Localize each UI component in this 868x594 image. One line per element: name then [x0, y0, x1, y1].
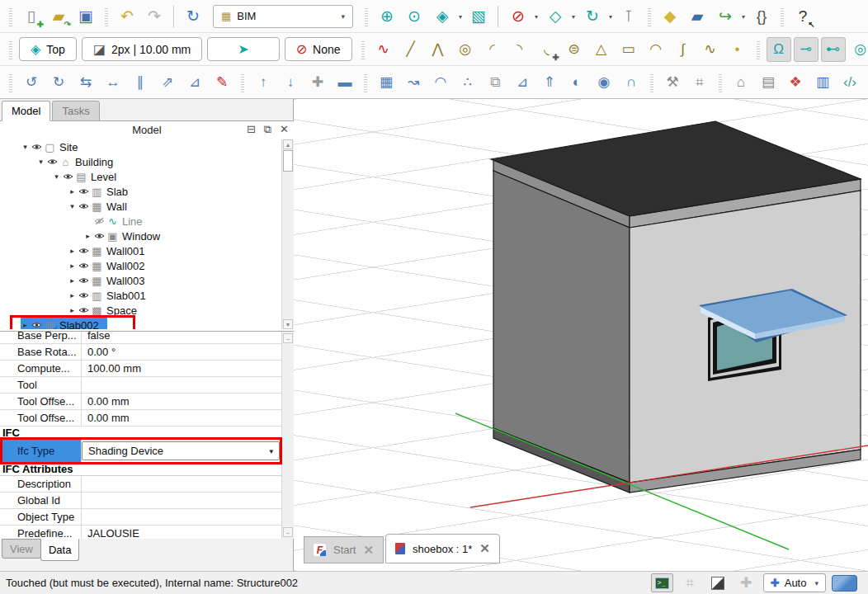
measure-button[interactable]: ⊺ [616, 4, 641, 29]
grid-toggle[interactable]: ⌗ [679, 573, 701, 592]
draft-arc-3points-button[interactable]: ◝ [507, 37, 532, 62]
property-name[interactable]: Tool [0, 377, 82, 393]
view-cube-button[interactable]: ◇▾ [542, 4, 577, 29]
draft-join-button[interactable]: ↔ [101, 70, 125, 95]
expander-arrow-icon[interactable]: ▾ [21, 143, 30, 151]
property-name[interactable]: Compute... [0, 361, 82, 376]
expander-arrow-icon[interactable]: ▸ [68, 276, 77, 285]
schedule-button[interactable]: ▥ [810, 70, 835, 95]
zoom-fit-all-button[interactable]: ⊕ [375, 4, 399, 29]
scroll-up-icon[interactable]: – [283, 333, 293, 343]
utility-tools-button[interactable]: ⚒ [660, 70, 685, 95]
add-component-button[interactable]: ✚ [305, 70, 330, 95]
draft-fillet-button[interactable]: ◟✚ [535, 37, 559, 62]
path-array-button[interactable]: ↝ [401, 70, 426, 95]
autogroup-button[interactable]: ⊘None [285, 37, 352, 61]
draft-rotate-copy-button[interactable]: ↻ [46, 70, 71, 95]
draft-bezier-button[interactable]: ∿ [698, 37, 723, 62]
boolean-intersection-button[interactable]: ∩ [619, 70, 644, 95]
boolean-union-button[interactable]: ◉ [592, 70, 616, 95]
snap-lock-toggle[interactable]: Ω [767, 37, 791, 62]
expander-arrow-icon[interactable]: ▾ [52, 172, 61, 181]
property-value[interactable]: 100.00 mm [82, 361, 281, 376]
array-button[interactable]: ▦ [374, 70, 399, 95]
polar-array-button[interactable]: ◠ [428, 70, 453, 95]
tree-item-building[interactable]: ▾⌂Building [0, 154, 281, 169]
property-value[interactable]: JALOUSIE [82, 526, 281, 539]
property-name[interactable]: Predefine... [0, 526, 82, 539]
property-value[interactable] [82, 493, 281, 508]
scroll-down-icon[interactable]: ▼ [283, 319, 293, 329]
snap-midpoint-toggle[interactable]: ⊷ [821, 37, 846, 62]
boolean-cut-button[interactable]: ◐ [564, 70, 589, 95]
working-plane-button[interactable]: ◈Top [19, 37, 77, 61]
document-tab-start[interactable]: FStart✕ [304, 536, 384, 563]
3d-viewport[interactable]: FStart✕shoebox : 1*✕ [294, 99, 868, 571]
redo-button[interactable]: ↷ [142, 4, 167, 29]
draft-scale-button[interactable]: ⇗ [155, 70, 180, 95]
clone-button[interactable]: ⧉ [483, 70, 507, 95]
tree-scrollbar-thumb[interactable] [283, 150, 293, 172]
expander-arrow-icon[interactable]: ▸ [21, 321, 30, 329]
tree-item-window[interactable]: ▸▣Window [0, 229, 281, 243]
draft-edit-button[interactable]: ✎ [210, 70, 234, 95]
expression-button[interactable]: {} [749, 4, 774, 29]
draft-offset-button[interactable]: ⇆ [73, 70, 98, 95]
draft-stretch-button[interactable]: ⊿ [182, 70, 207, 95]
export-button[interactable]: ↪▾ [712, 4, 747, 29]
box-selection-button[interactable]: ▧ [466, 4, 491, 29]
close-icon[interactable]: ✕ [363, 543, 374, 558]
dock-minimize-icon[interactable]: ⊟ [247, 123, 256, 136]
snap-master-button[interactable]: ➤ [207, 37, 279, 61]
draft-polygon-button[interactable]: △ [589, 37, 614, 62]
tree-item-slab[interactable]: ▸▥Slab [0, 184, 281, 199]
tree-item-wall001[interactable]: ▸▦Wall001 [0, 243, 281, 258]
property-name[interactable]: Global Id [0, 493, 82, 508]
extrude-button[interactable]: ⇑ [537, 70, 562, 95]
expander-arrow-icon[interactable]: ▾ [68, 202, 77, 210]
property-name[interactable]: Description [0, 476, 82, 492]
tree-item-wall002[interactable]: ▸▦Wall002 [0, 258, 281, 273]
downgrade-button[interactable]: ↓ [278, 70, 303, 95]
property-name[interactable]: Object Type [0, 509, 82, 525]
save-button[interactable]: ▣ [73, 4, 98, 29]
draft-arc-blend-button[interactable]: ◠ [644, 37, 668, 62]
remove-component-button[interactable]: ▬ [333, 70, 357, 95]
open-file-button[interactable]: ▰↷ [46, 4, 71, 29]
new-file-button[interactable]: ▯✚ [19, 4, 44, 29]
tree-item-slab001[interactable]: ▸▥Slab001 [0, 288, 281, 303]
ifc-explorer-button[interactable]: ‹/› [837, 70, 862, 95]
sketch-button[interactable]: ∿ [371, 37, 396, 62]
draft-bspline-button[interactable]: ∫ [671, 37, 696, 62]
property-name[interactable]: Tool Offse... [0, 410, 82, 426]
property-value[interactable]: 0.00 mm [82, 410, 281, 426]
close-icon[interactable]: ✕ [479, 541, 490, 556]
snap-endpoint-toggle[interactable]: ⊸ [794, 37, 818, 62]
point-array-button[interactable]: ∴ [455, 70, 480, 95]
undo-button[interactable]: ↶ [115, 4, 139, 29]
expander-arrow-icon[interactable]: ▸ [68, 247, 77, 255]
expander-arrow-icon[interactable]: ▸ [68, 262, 77, 270]
property-name[interactable]: Base Perp... [0, 331, 82, 343]
tree-item-slab002[interactable]: ▸▥✔Slab002 [0, 318, 281, 329]
tree-item-line[interactable]: ∿Line [0, 214, 281, 229]
property-name[interactable]: Tool Offse... [0, 394, 82, 409]
refresh-button[interactable]: ↻ [181, 4, 205, 29]
draft-polyline-button[interactable]: ⋀ [426, 37, 451, 62]
rotate-view-button[interactable]: ↻▾ [579, 4, 614, 29]
draft-line-button[interactable]: ╱ [399, 37, 423, 62]
workbench-selector[interactable]: ▦BIM▾ [213, 5, 353, 28]
tree-item-wall003[interactable]: ▸▦Wall003 [0, 273, 281, 288]
navigation-style-dropdown[interactable]: ✚ Auto ▾ [763, 573, 826, 592]
whats-this-button[interactable]: ?↖ [790, 4, 815, 29]
section-view-button[interactable]: ❖ [783, 70, 808, 95]
property-value[interactable] [82, 476, 281, 492]
expander-arrow-icon[interactable]: ▸ [68, 306, 77, 314]
property-value[interactable] [82, 377, 281, 393]
draft-circle-button[interactable]: ◎ [453, 37, 478, 62]
tab-data[interactable]: Data [40, 539, 79, 561]
property-value[interactable]: 0.00 ° [82, 344, 281, 360]
property-value[interactable] [82, 509, 281, 525]
render-mode-toggle[interactable] [707, 573, 729, 592]
scroll-up-icon[interactable]: ▲ [283, 139, 293, 149]
